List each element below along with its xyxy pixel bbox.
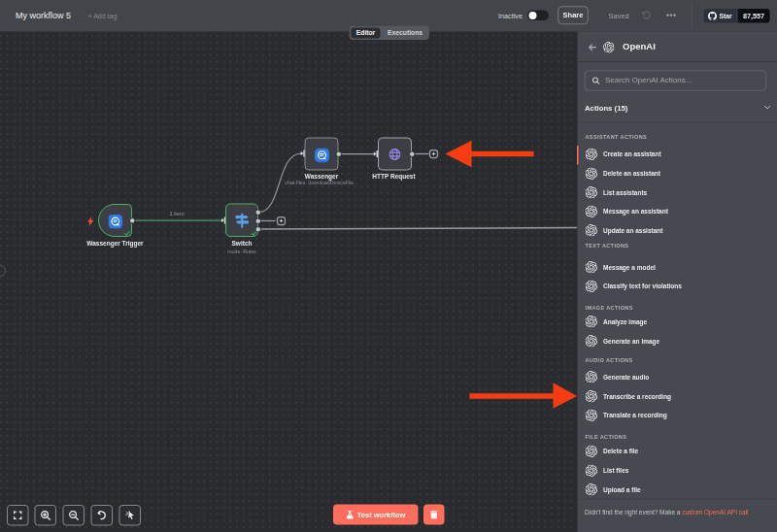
svg-text:1 item: 1 item — [170, 211, 185, 216]
